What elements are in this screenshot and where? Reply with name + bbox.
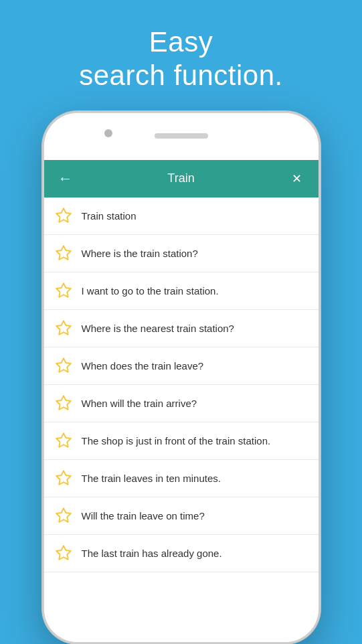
favorite-star-icon[interactable] — [55, 394, 72, 412]
list-item[interactable]: Train station — [44, 197, 319, 235]
list-item-text: Where is the train station? — [82, 246, 198, 260]
list-item[interactable]: Will the train leave on time? — [44, 497, 319, 535]
header-line2: search function. — [0, 59, 362, 92]
app-header: ← Train ✕ — [44, 160, 319, 197]
list-item-text: When does the train leave? — [82, 359, 204, 373]
list-item[interactable]: When will the train arrive? — [44, 385, 319, 422]
list-item-text: The shop is just in front of the train s… — [82, 434, 271, 448]
favorite-star-icon[interactable] — [55, 507, 72, 524]
list-item[interactable]: The shop is just in front of the train s… — [44, 422, 319, 460]
favorite-star-icon[interactable] — [55, 207, 72, 224]
list-item-text: Where is the nearest train station? — [82, 321, 234, 335]
list-item-text: I want to go to the train station. — [82, 284, 219, 298]
list-item[interactable]: The last train has already gone. — [44, 535, 319, 572]
phone-speaker — [155, 133, 208, 139]
list-item[interactable]: I want to go to the train station. — [44, 272, 319, 310]
favorite-star-icon[interactable] — [55, 357, 72, 374]
app-content: ← Train ✕ Train station Where is the tra… — [44, 160, 319, 642]
list-item-text: Train station — [82, 209, 137, 223]
favorite-star-icon[interactable] — [55, 282, 72, 299]
list-item[interactable]: The train leaves in ten minutes. — [44, 460, 319, 497]
list-item-text: Will the train leave on time? — [82, 509, 205, 523]
results-list: Train station Where is the train station… — [44, 197, 319, 642]
back-button[interactable]: ← — [55, 170, 76, 187]
list-item[interactable]: Where is the nearest train station? — [44, 310, 319, 347]
app-title: Train — [167, 171, 194, 185]
favorite-star-icon[interactable] — [55, 319, 72, 337]
phone-top-bar — [44, 113, 319, 160]
page-background: Easy search function. ← Train ✕ — [0, 0, 362, 642]
phone-camera — [104, 129, 112, 137]
favorite-star-icon[interactable] — [55, 244, 72, 262]
list-item-text: When will the train arrive? — [82, 396, 197, 410]
phone-frame: ← Train ✕ Train station Where is the tra… — [44, 113, 319, 642]
header-line1: Easy — [0, 25, 362, 59]
close-button[interactable]: ✕ — [286, 171, 308, 186]
favorite-star-icon[interactable] — [55, 469, 72, 487]
phone-screen: ← Train ✕ Train station Where is the tra… — [44, 113, 319, 642]
favorite-star-icon[interactable] — [55, 432, 72, 449]
list-item[interactable]: When does the train leave? — [44, 347, 319, 385]
header-text: Easy search function. — [0, 0, 362, 113]
list-item[interactable]: Where is the train station? — [44, 235, 319, 272]
list-item-text: The train leaves in ten minutes. — [82, 471, 221, 485]
phone-mockup: ← Train ✕ Train station Where is the tra… — [0, 113, 362, 642]
favorite-star-icon[interactable] — [55, 544, 72, 562]
list-item-text: The last train has already gone. — [82, 546, 222, 560]
